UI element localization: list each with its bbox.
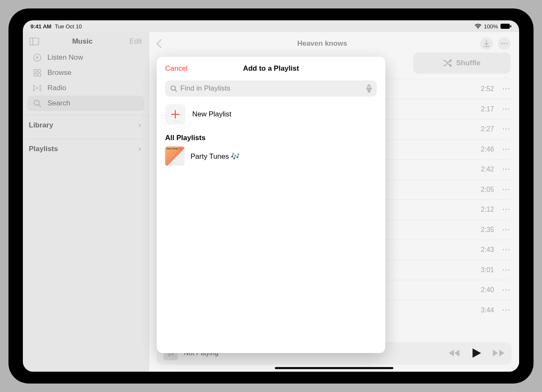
plus-box bbox=[165, 104, 185, 124]
screen: 9:41 AM Tue Oct 10 100% Music Edit bbox=[23, 20, 519, 372]
all-playlists-label: All Playlists bbox=[165, 134, 377, 142]
playlist-thumb-label: Party Tunes 🎶 bbox=[166, 147, 182, 150]
playlist-name: Party Tunes 🎶 bbox=[191, 152, 240, 161]
svg-rect-17 bbox=[368, 85, 370, 89]
microphone-icon[interactable] bbox=[366, 85, 372, 92]
search-playlists-field[interactable] bbox=[165, 80, 377, 97]
playlist-thumbnail: Party Tunes 🎶 bbox=[165, 146, 185, 166]
svg-line-16 bbox=[175, 90, 177, 91]
cancel-button[interactable]: Cancel bbox=[165, 64, 188, 73]
device-frame: 9:41 AM Tue Oct 10 100% Music Edit bbox=[8, 8, 534, 384]
playlist-row-party-tunes[interactable]: Party Tunes 🎶 Party Tunes 🎶 bbox=[165, 146, 377, 166]
new-playlist-label: New Playlist bbox=[192, 110, 232, 119]
search-playlists-input[interactable] bbox=[180, 84, 363, 93]
plus-icon bbox=[171, 110, 180, 119]
modal-title: Add to a Playlist bbox=[243, 64, 299, 73]
search-icon bbox=[170, 85, 177, 92]
new-playlist-button[interactable]: New Playlist bbox=[165, 104, 377, 124]
add-to-playlist-modal: Cancel Add to a Playlist New Playlist Al… bbox=[157, 57, 385, 353]
